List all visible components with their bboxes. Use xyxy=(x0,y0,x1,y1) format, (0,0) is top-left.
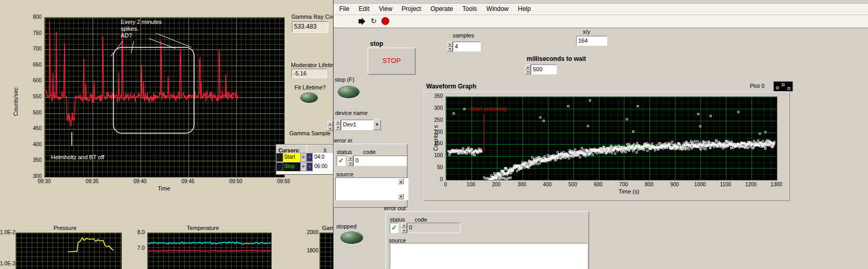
tick-label: 09:30 xyxy=(33,178,56,184)
stop-button[interactable]: STOP xyxy=(367,47,416,75)
device-name-value[interactable]: Dev1 xyxy=(341,120,376,130)
tick-label: 750 xyxy=(24,30,42,36)
error-in-code-input[interactable]: 0 xyxy=(353,156,407,166)
device-name-dropdown-button[interactable]: ▼ xyxy=(373,120,381,130)
ms-wait-label: milliseconds to wait xyxy=(527,55,586,62)
tick-label: 800 xyxy=(24,14,42,20)
moderator-lifetime-value: -5.16 xyxy=(291,69,327,78)
plot-legend-sample[interactable] xyxy=(773,81,793,92)
waveform-graph-title: Waveform Graph xyxy=(426,83,476,90)
ms-wait-spinner[interactable]: ▲ ▼ xyxy=(525,65,531,74)
svg-text:Start scanning: Start scanning xyxy=(470,106,506,112)
stop-f-led[interactable] xyxy=(338,86,360,98)
menu-item-help[interactable]: Help xyxy=(513,4,535,14)
tick-label: 600 xyxy=(24,78,42,83)
menu-item-edit[interactable]: Edit xyxy=(354,4,374,14)
main-chart-x-axis-label: Time xyxy=(142,185,186,191)
svg-text:Every 2 minutesspikes.AD?: Every 2 minutesspikes.AD? xyxy=(121,19,162,39)
cursor-name-button[interactable]: Start xyxy=(283,153,300,162)
cursor-x-value: 06:00 xyxy=(313,162,334,171)
waveform-graph-plot: Start scanning xyxy=(445,96,777,181)
stop-f-label: stop (F) xyxy=(335,76,354,83)
pressure-chart-title: Pressure xyxy=(42,225,88,231)
tick-label: 700 xyxy=(24,46,42,52)
device-name-label: device name xyxy=(335,110,367,116)
svg-text:Helmholtz and BT off: Helmholtz and BT off xyxy=(51,154,105,160)
tick-label: 100 xyxy=(425,152,443,158)
samples-input[interactable]: 4 xyxy=(453,42,481,52)
menu-item-view[interactable]: View xyxy=(374,4,397,14)
continuous-run-icon: ↻ xyxy=(371,17,377,25)
spin-down-icon[interactable]: ▼ xyxy=(335,125,341,130)
gamma-ray-count-value: 533.483 xyxy=(292,21,328,33)
tick-label: 400 xyxy=(24,142,42,147)
error-in-label: error in xyxy=(334,137,352,144)
fit-lifetime-led[interactable] xyxy=(300,93,318,103)
menu-item-tools[interactable]: Tools xyxy=(458,4,482,14)
tick-label: 09:55 xyxy=(272,178,295,184)
spin-down-icon[interactable]: ▼ xyxy=(525,70,531,75)
window-top-strip xyxy=(334,0,868,4)
tick-label: 09:45 xyxy=(176,178,199,184)
main-chart-y-axis-label: Counts/sec xyxy=(12,70,19,133)
tick-label: 09:35 xyxy=(81,178,104,184)
device-name-spinner[interactable]: ▲ ▼ xyxy=(335,120,341,130)
cursor-name-button[interactable]: Stop xyxy=(283,162,300,171)
stopped-label: stopped xyxy=(336,223,356,229)
cursor-style-button[interactable] xyxy=(276,162,283,171)
stopped-led xyxy=(340,232,363,244)
error-out-code-label: code xyxy=(415,216,427,223)
cursor-marker-button[interactable]: ▫ xyxy=(307,162,313,171)
temperature-chart-plot xyxy=(147,233,272,269)
chevron-down-icon: ▼ xyxy=(375,122,379,127)
spin-down-icon[interactable]: ▼ xyxy=(348,161,353,166)
cursor-marker-button[interactable]: ▫ xyxy=(307,153,313,162)
run-button[interactable] xyxy=(358,17,367,26)
cursor-style-button[interactable] xyxy=(276,153,283,162)
scrollbar-down-icon[interactable]: ▼ xyxy=(398,194,404,199)
tick-label: 200 xyxy=(425,129,443,135)
error-out-status-check-icon: ✓ xyxy=(390,223,399,233)
gamma-sample-time-spinner[interactable]: ▲ ▼ xyxy=(327,121,333,131)
tick-label: 800 xyxy=(639,182,659,187)
cursor-lock-button[interactable]: ✛ xyxy=(300,162,307,171)
tick-label: 1300 xyxy=(766,182,787,187)
tick-label: 250 xyxy=(425,117,443,123)
tick-label: 8.0 xyxy=(133,229,145,235)
menu-item-project[interactable]: Project xyxy=(397,4,426,14)
samples-spinner[interactable]: ▲ ▼ xyxy=(447,42,453,52)
cursor-lock-button[interactable]: ✛ xyxy=(300,153,307,162)
spin-down-icon[interactable]: ▼ xyxy=(447,47,453,52)
spin-up-icon[interactable]: ▲ xyxy=(327,121,333,126)
abort-button[interactable] xyxy=(381,17,389,25)
error-in-code-spinner[interactable]: ▲ ▼ xyxy=(348,156,353,166)
tick-label: 300 xyxy=(425,105,443,111)
spin-up-icon[interactable]: ▲ xyxy=(335,120,341,125)
ms-wait-input[interactable]: 500 xyxy=(531,65,557,74)
error-in-code-label: code xyxy=(363,149,376,155)
cursors-panel: Cursors: X Start✛▫04:0Stop✛▫06:00 xyxy=(276,144,334,175)
tick-label: 7.0 xyxy=(133,245,145,251)
spin-down-icon[interactable]: ▼ xyxy=(327,126,333,131)
error-in-source-input[interactable] xyxy=(335,177,409,200)
menu-item-file[interactable]: File xyxy=(335,4,354,14)
tick-label: 600 xyxy=(588,182,609,187)
tick-label: 100 xyxy=(461,182,481,187)
tick-label: 1100 xyxy=(715,182,736,187)
menu-item-window[interactable]: Window xyxy=(482,4,514,14)
spin-up-icon[interactable]: ▲ xyxy=(348,156,353,161)
tick-label: 700 xyxy=(613,182,634,187)
spin-up-icon[interactable]: ▲ xyxy=(447,42,453,47)
scrollbar-up-icon[interactable]: ▲ xyxy=(398,178,404,184)
xy-label: x/y xyxy=(583,29,590,35)
tick-label: 50 xyxy=(425,164,443,170)
error-in-status-check-icon[interactable]: ✓ xyxy=(337,156,346,166)
error-out-status-label: status xyxy=(390,216,405,223)
spin-up-icon[interactable]: ▲ xyxy=(525,65,531,70)
menu-item-operate[interactable]: Operate xyxy=(426,4,457,14)
continuous-run-button[interactable]: ↻ xyxy=(369,16,378,25)
main-chart-plot: Every 2 minutesspikes.AD?Helmholtz and B… xyxy=(44,17,285,177)
tick-label: 500 xyxy=(563,182,583,187)
tick-label: 1.0E-2 xyxy=(0,229,14,235)
pressure-chart-plot xyxy=(16,233,122,269)
